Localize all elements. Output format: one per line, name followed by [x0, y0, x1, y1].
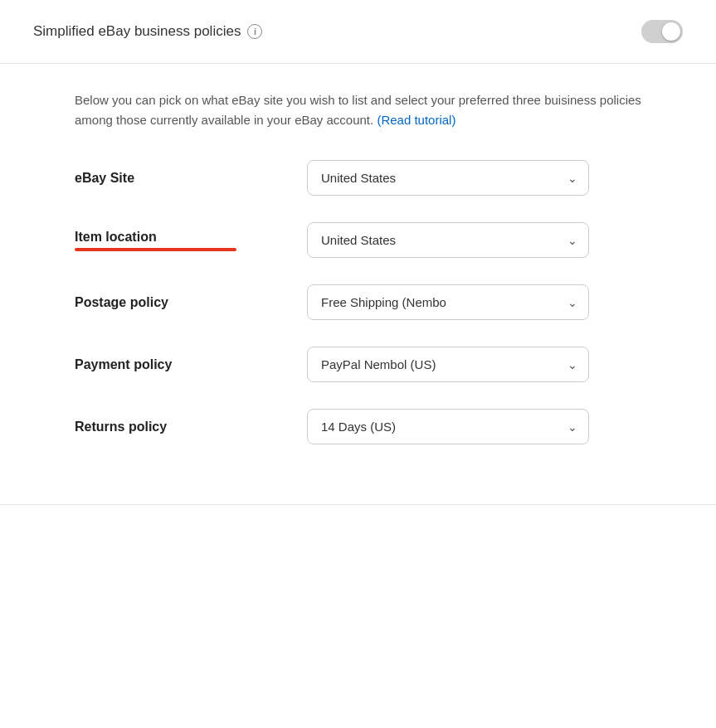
description-text: Below you can pick on what eBay site you…: [75, 90, 647, 130]
returns-policy-row: Returns policy 14 Days (US) 30 Days (US)…: [75, 409, 683, 444]
item-location-underline: [75, 248, 236, 251]
returns-policy-select-wrapper: 14 Days (US) 30 Days (US) No Returns ⌄: [307, 409, 589, 444]
simplified-policies-label: Simplified eBay business policies: [33, 23, 241, 40]
bottom-divider: [0, 504, 716, 505]
postage-policy-select-wrapper: Free Shipping (Nembo Other ⌄: [307, 284, 589, 320]
read-tutorial-link[interactable]: (Read tutorial): [377, 113, 455, 127]
ebay-site-label: eBay Site: [75, 171, 290, 186]
payment-policy-label: Payment policy: [75, 357, 290, 372]
ebay-site-select-wrapper: United States United Kingdom Australia G…: [307, 160, 589, 196]
ebay-site-select[interactable]: United States United Kingdom Australia G…: [307, 160, 589, 196]
postage-policy-row: Postage policy Free Shipping (Nembo Othe…: [75, 284, 683, 320]
payment-policy-row: Payment policy PayPal Nembol (US) Other …: [75, 347, 683, 382]
info-icon[interactable]: i: [247, 24, 262, 39]
returns-policy-label: Returns policy: [75, 420, 290, 434]
postage-policy-select[interactable]: Free Shipping (Nembo Other: [307, 284, 589, 320]
payment-policy-select-wrapper: PayPal Nembol (US) Other ⌄: [307, 347, 589, 382]
toggle-thumb: [662, 22, 680, 41]
top-label: Simplified eBay business policies i: [33, 23, 262, 40]
returns-policy-select[interactable]: 14 Days (US) 30 Days (US) No Returns: [307, 409, 589, 444]
top-section: Simplified eBay business policies i: [0, 0, 716, 63]
description-main: Below you can pick on what eBay site you…: [75, 93, 641, 127]
item-location-label-wrapper: Item location: [75, 230, 290, 251]
simplified-policies-toggle[interactable]: [641, 20, 683, 43]
ebay-site-row: eBay Site United States United Kingdom A…: [75, 160, 683, 196]
item-location-select-wrapper: United States United Kingdom Australia G…: [307, 222, 589, 258]
page-container: Simplified eBay business policies i Belo…: [0, 0, 716, 505]
content-section: Below you can pick on what eBay site you…: [0, 64, 716, 504]
postage-policy-label: Postage policy: [75, 295, 290, 310]
payment-policy-select[interactable]: PayPal Nembol (US) Other: [307, 347, 589, 382]
item-location-label: Item location: [75, 230, 157, 244]
item-location-row: Item location United States United Kingd…: [75, 222, 683, 258]
item-location-select[interactable]: United States United Kingdom Australia G…: [307, 222, 589, 258]
toggle-track: [641, 20, 683, 43]
